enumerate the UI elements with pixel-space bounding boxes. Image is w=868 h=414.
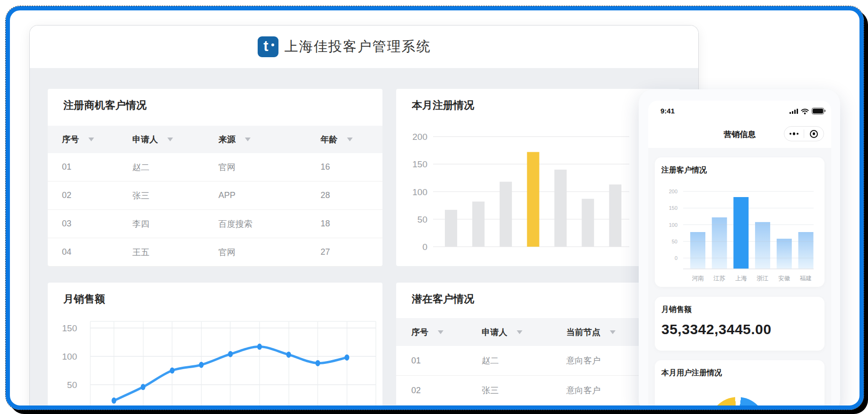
- pie-chart: [709, 397, 766, 414]
- phone-card-register-chart: 注册客户情况 050100150200河南江苏上海浙江安徽福建: [655, 157, 825, 287]
- table-cell: 01: [62, 162, 132, 172]
- app-header: t 上海佳投客户管理系统: [30, 26, 698, 69]
- svg-text:上海: 上海: [735, 275, 747, 282]
- page-title: 上海佳投客户管理系统: [285, 37, 431, 56]
- phone-register-bar-chart: 050100150200河南江苏上海浙江安徽福建: [655, 181, 825, 287]
- table-cell: 赵二: [132, 162, 218, 173]
- table-row: 04王五官网27: [48, 238, 382, 267]
- table-cell: 02: [411, 386, 482, 396]
- app-logo-icon: t: [258, 36, 278, 57]
- panel-register-business-table: 注册商机客户情况 序号申请人来源年龄01赵二官网1602张三APP2803李四百…: [48, 89, 382, 266]
- column-header: 申请人: [482, 327, 566, 338]
- wifi-icon: [801, 108, 809, 114]
- table-cell: 16: [321, 162, 368, 172]
- panel-monthly-sales-chart: 月销售额 50100150: [48, 283, 382, 414]
- svg-text:150: 150: [412, 159, 427, 169]
- table-cell: 李四: [132, 218, 218, 230]
- phone-mockup: 9:41 营销信息: [639, 89, 840, 414]
- table-cell: 张三: [132, 190, 218, 201]
- column-header: 来源: [218, 134, 321, 145]
- table-row: 02张三APP28: [48, 181, 382, 210]
- screenshot-stage: t 上海佳投客户管理系统 注册商机客户情况 序号申请人来源年龄01赵二官网160…: [0, 0, 868, 414]
- table-cell: 02: [62, 190, 132, 200]
- browser-window: t 上海佳投客户管理系统 注册商机客户情况 序号申请人来源年龄01赵二官网160…: [29, 25, 699, 414]
- panel-potential-table: 潜在客户情况 序号申请人当前节点01赵二意向客户02张三意向客户: [396, 283, 680, 414]
- svg-text:100: 100: [669, 222, 677, 228]
- svg-text:50: 50: [417, 215, 427, 224]
- table-cell: 03: [62, 219, 132, 229]
- table-row: 01赵二官网16: [48, 153, 382, 181]
- svg-text:0: 0: [675, 255, 677, 261]
- panel-title: 月销售额: [63, 292, 105, 306]
- table-cell: 28: [321, 190, 368, 200]
- svg-text:200: 200: [412, 132, 427, 142]
- svg-text:江苏: 江苏: [713, 275, 726, 282]
- sort-icon[interactable]: [347, 138, 353, 141]
- svg-text:0: 0: [422, 242, 427, 252]
- table-cell: 01: [411, 356, 482, 366]
- signal-icon: [790, 109, 798, 114]
- table-row: 03李四百度搜索18: [48, 210, 382, 238]
- svg-text:浙江: 浙江: [757, 275, 769, 282]
- sort-icon[interactable]: [167, 138, 173, 141]
- status-time: 9:41: [660, 107, 675, 115]
- table-cell: 王五: [132, 247, 218, 258]
- column-label: 申请人: [132, 134, 158, 145]
- sort-icon[interactable]: [438, 330, 443, 334]
- register-table: 序号申请人来源年龄01赵二官网1602张三APP2803李四百度搜索1804王五…: [48, 126, 382, 267]
- monthly-sales-line-chart: 50100150: [48, 311, 382, 414]
- phone-card-month-user-register: 本月用户注册情况: [655, 360, 825, 414]
- panel-title: 注册商机客户情况: [63, 98, 147, 112]
- svg-text:150: 150: [62, 323, 77, 333]
- sort-icon[interactable]: [517, 330, 522, 334]
- phone-statusbar: 9:41: [648, 101, 831, 121]
- sort-icon[interactable]: [88, 138, 94, 141]
- table-header-row: 序号申请人来源年龄: [48, 126, 382, 153]
- column-label: 序号: [411, 327, 428, 338]
- close-target-icon[interactable]: [804, 130, 824, 138]
- column-header: 序号: [62, 134, 132, 145]
- column-label: 申请人: [482, 327, 507, 338]
- table-cell: 赵二: [482, 355, 566, 366]
- column-header: 序号: [411, 327, 482, 338]
- sort-icon[interactable]: [610, 330, 616, 334]
- svg-text:50: 50: [67, 380, 77, 390]
- table-row: 01赵二意向客户: [396, 346, 680, 376]
- status-icons: [790, 108, 824, 114]
- panel-title: 潜在客户情况: [412, 292, 474, 306]
- svg-text:安徽: 安徽: [778, 275, 790, 282]
- logo-letter: t: [263, 39, 268, 53]
- table-cell: 27: [321, 247, 368, 257]
- svg-text:200: 200: [669, 189, 677, 194]
- dashboard-body: 注册商机客户情况 序号申请人来源年龄01赵二官网1602张三APP2803李四百…: [30, 68, 698, 414]
- column-label: 序号: [62, 134, 79, 145]
- phone-navbar: 营销信息: [648, 121, 831, 148]
- svg-text:100: 100: [412, 187, 427, 197]
- sort-icon[interactable]: [245, 138, 251, 141]
- table-cell: 张三: [482, 385, 566, 396]
- svg-text:150: 150: [669, 205, 677, 211]
- month-register-bar-chart: 050100150200: [396, 127, 680, 266]
- phone-card-title: 注册客户情况: [661, 165, 707, 175]
- phone-card-title: 月销售额: [661, 305, 692, 315]
- table-cell: 官网: [218, 162, 321, 173]
- svg-text:50: 50: [672, 239, 677, 244]
- table-cell: 百度搜索: [218, 218, 321, 230]
- table-header-row: 序号申请人当前节点: [396, 318, 680, 346]
- column-label: 来源: [218, 134, 235, 145]
- svg-text:100: 100: [62, 352, 77, 362]
- phone-card-monthly-sales: 月销售额 35,3342,3445.00: [655, 297, 825, 351]
- miniprogram-capsule: [784, 126, 824, 141]
- potential-table: 序号申请人当前节点01赵二意向客户02张三意向客户: [396, 318, 680, 405]
- table-row: 02张三意向客户: [396, 376, 680, 405]
- menu-dots-icon[interactable]: [784, 132, 804, 135]
- column-label: 当前节点: [566, 327, 600, 338]
- table-cell: 04: [62, 247, 132, 257]
- table-cell: APP: [218, 190, 321, 200]
- table-cell: 18: [321, 219, 368, 229]
- svg-text:河南: 河南: [692, 275, 704, 282]
- phone-content: 注册客户情况 050100150200河南江苏上海浙江安徽福建 月销售额 35,…: [648, 148, 831, 414]
- phone-card-title: 本月用户注册情况: [661, 368, 722, 378]
- phone-screen: 9:41 营销信息: [648, 101, 831, 414]
- panel-title: 本月注册情况: [412, 98, 474, 112]
